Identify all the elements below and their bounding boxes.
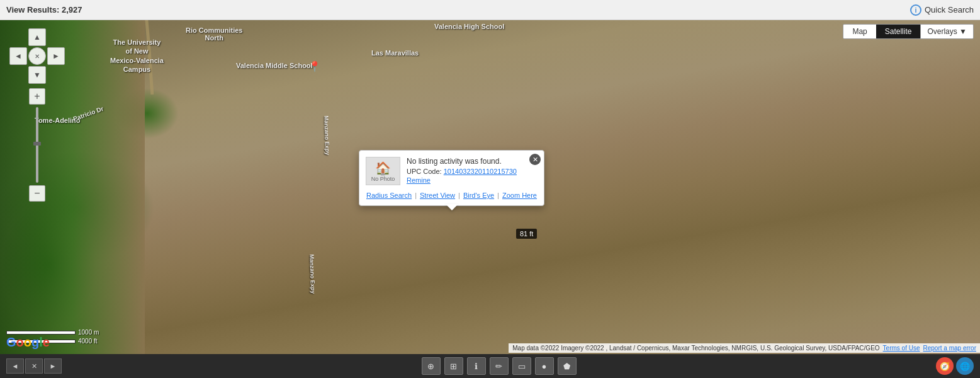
zoom-thumb[interactable]: [33, 142, 41, 146]
popup-actions: Radius Search | Street View | Bird's Eye…: [366, 192, 538, 199]
toolbar-nav-arrows: ◄ ✕ ►: [6, 358, 62, 374]
zoom-in-button[interactable]: +: [29, 88, 45, 105]
map-view-button[interactable]: Map: [843, 25, 876, 38]
popup-content: 🏠 No Photo No listing activity was found…: [366, 157, 538, 185]
popup-remine-link[interactable]: Remine: [407, 176, 538, 184]
map-type-controls: Map Satellite Overlays ▼: [843, 24, 974, 39]
report-error-link[interactable]: Report a map error: [923, 345, 976, 352]
radius-search-link[interactable]: Radius Search: [366, 192, 412, 199]
pan-left-button[interactable]: ◄: [9, 47, 27, 65]
property-popup: ✕ 🏠 No Photo No listing activity was fou…: [359, 150, 544, 206]
tool-select-button[interactable]: ⊕: [422, 357, 441, 375]
toolbar-right-icons: 🧭 🌐: [936, 357, 974, 375]
tool-info-button[interactable]: ℹ: [467, 357, 486, 375]
tool-grid-button[interactable]: ⊞: [444, 357, 463, 375]
zoom-here-link[interactable]: Zoom Here: [502, 192, 537, 199]
popup-upc: UPC Code: 1014032320110215730: [407, 168, 538, 175]
popup-photo: 🏠 No Photo: [366, 157, 400, 185]
compass-button[interactable]: 🧭: [936, 357, 954, 375]
pan-up-button[interactable]: ▲: [28, 28, 46, 46]
top-bar: View Results: 2,927 i Quick Search: [0, 0, 980, 20]
upc-label: UPC Code:: [407, 168, 442, 175]
toolbar-prev-button[interactable]: ◄: [6, 358, 24, 374]
zoom-track[interactable]: [36, 107, 38, 183]
info-icon: i: [910, 4, 921, 16]
map-marker-pin: 📍: [308, 60, 321, 72]
toolbar-tools: ⊕ ⊞ ℹ ✏ ▭ ● ⬟: [422, 357, 577, 375]
tool-polygon-button[interactable]: ⬟: [558, 357, 577, 375]
layers-button[interactable]: 🌐: [956, 357, 974, 375]
toolbar-next-button[interactable]: ►: [44, 358, 62, 374]
pan-down-button[interactable]: ▼: [28, 66, 46, 84]
house-icon: 🏠: [375, 161, 391, 176]
map-container: View Results: 2,927 i Quick Search Map S…: [0, 0, 980, 378]
scale-label-feet: 4000 ft: [78, 338, 98, 345]
tool-draw-button[interactable]: ✏: [490, 357, 509, 375]
google-logo: Google: [6, 335, 50, 350]
scale-label-meters: 1000 m: [78, 329, 99, 336]
popup-info: No listing activity was found. UPC Code:…: [407, 157, 538, 184]
scale-line-meters: [6, 331, 76, 335]
street-view-link[interactable]: Street View: [420, 192, 455, 199]
zoom-slider: + −: [29, 88, 45, 202]
birds-eye-link[interactable]: Bird's Eye: [463, 192, 494, 199]
popup-no-listing-text: No listing activity was found.: [407, 157, 538, 166]
overlays-button[interactable]: Overlays ▼: [920, 25, 973, 38]
quick-search-button[interactable]: i Quick Search: [910, 4, 974, 16]
navigation-controls: ▲ ◄ ✕ ► ▼ + −: [9, 28, 65, 202]
bottom-toolbar: ◄ ✕ ► ⊕ ⊞ ℹ ✏ ▭ ● ⬟ 🧭 🌐: [0, 354, 980, 378]
tool-circle-button[interactable]: ●: [535, 357, 554, 375]
zoom-out-button[interactable]: −: [29, 185, 45, 202]
pan-right-button[interactable]: ►: [47, 47, 65, 65]
results-count: View Results: 2,927: [6, 5, 82, 14]
no-photo-label: No Photo: [371, 176, 395, 182]
tool-rectangle-button[interactable]: ▭: [512, 357, 531, 375]
popup-upc-link[interactable]: 1014032320110215730: [444, 168, 517, 175]
terms-of-use-link[interactable]: Terms of Use: [883, 345, 920, 352]
distance-badge: 81 ft: [516, 229, 537, 239]
attribution-text: Map data ©2022 Imagery ©2022 , Landsat /…: [512, 345, 879, 352]
satellite-view-button[interactable]: Satellite: [876, 25, 921, 38]
toolbar-close-button[interactable]: ✕: [25, 358, 43, 374]
popup-close-button[interactable]: ✕: [529, 154, 541, 165]
quick-search-label: Quick Search: [925, 5, 974, 14]
pan-center-button[interactable]: ✕: [28, 47, 46, 65]
attribution-bar: Map data ©2022 Imagery ©2022 , Landsat /…: [509, 343, 980, 353]
